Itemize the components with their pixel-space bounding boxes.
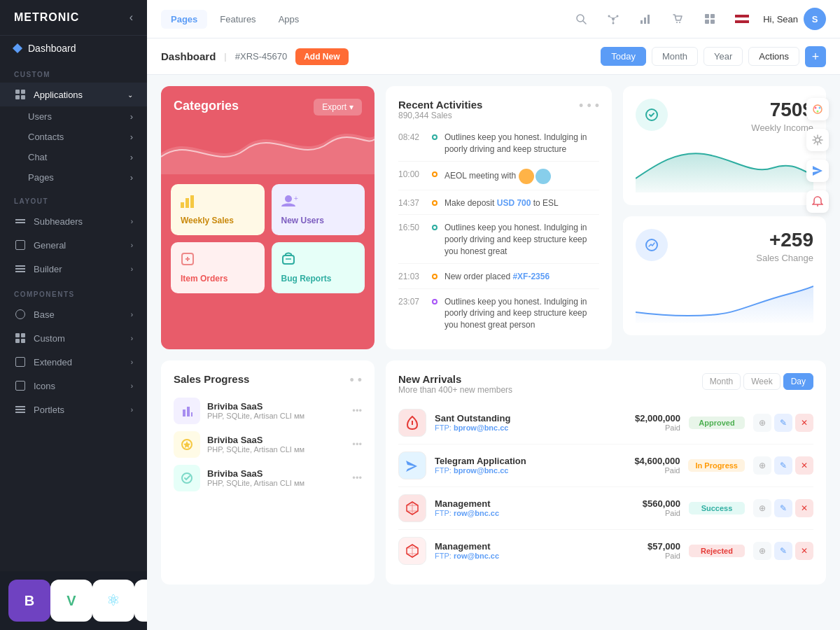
svg-point-13 [679, 22, 680, 23]
sidebar-item-base[interactable]: Base › [0, 302, 147, 326]
react-icon[interactable]: ⚛ [92, 580, 134, 622]
category-item-orders[interactable]: Item Orders [171, 242, 265, 293]
applications-label: Applications [34, 90, 83, 100]
activity-time: 08:42 [398, 132, 425, 142]
sales-item-menu-1[interactable]: ••• [352, 439, 362, 449]
search-icon-button[interactable] [570, 8, 592, 30]
arrivals-tab-month[interactable]: Month [702, 373, 741, 390]
category-new-users[interactable]: + New Users [272, 184, 365, 235]
sidebar-item-portlets[interactable]: Portlets › [0, 398, 147, 421]
arrival-action-edit-3[interactable]: ✎ [774, 542, 792, 560]
arrival-action-delete-3[interactable]: ✕ [795, 542, 813, 560]
network-icon-button[interactable] [602, 8, 624, 30]
sidebar-item-dashboard[interactable]: Dashboard [0, 36, 147, 61]
arrival-action-cloud-1[interactable]: ⊕ [753, 456, 771, 475]
arrival-action-delete-2[interactable]: ✕ [795, 499, 813, 517]
arrival-amount-2: $560,000 Paid [617, 498, 680, 517]
activity-dot [432, 274, 438, 279]
sales-item-menu-2[interactable]: ••• [352, 472, 362, 483]
angular-icon[interactable]: A [134, 580, 147, 622]
breadcrumb-separator: | [224, 51, 226, 62]
sales-name-2: Briviba SaaS [207, 468, 345, 479]
sidebar-sub-chat[interactable]: Chat › [0, 147, 147, 167]
weekly-sales-icon [181, 194, 255, 211]
arrival-action-edit-0[interactable]: ✎ [774, 414, 792, 432]
sales-change-value: +259 [756, 229, 813, 251]
category-weekly-sales[interactable]: Weekly Sales [171, 184, 265, 235]
sidebar-item-general[interactable]: General › [0, 233, 147, 257]
settings-icon-float[interactable] [806, 129, 829, 151]
svg-point-34 [815, 107, 817, 109]
arrivals-tab-day[interactable]: Day [783, 373, 813, 390]
nav-tab-pages[interactable]: Pages [161, 10, 207, 29]
add-new-button[interactable]: Add New [295, 48, 348, 65]
arrival-info-2: Management FTP: row@bnc.cc [435, 498, 609, 517]
notification-icon-float[interactable] [806, 190, 829, 213]
activity-text: New order placed #XF-2356 [444, 271, 599, 283]
dashboard-icon [13, 43, 22, 53]
svg-rect-29 [283, 255, 294, 264]
activities-menu-button[interactable]: • • • [579, 99, 599, 113]
arrival-amount-1: $4,600,000 Paid [617, 456, 680, 475]
year-button[interactable]: Year [704, 47, 743, 66]
chart-icon-button[interactable] [634, 8, 657, 30]
sidebar-item-builder[interactable]: Builder › [0, 257, 147, 281]
sidebar-sub-pages[interactable]: Pages › [0, 167, 147, 188]
today-button[interactable]: Today [601, 47, 646, 66]
flag-icon-button[interactable] [731, 8, 753, 30]
new-users-icon: + [281, 194, 356, 211]
sidebar-item-custom[interactable]: Custom › [0, 326, 147, 350]
arrival-status-1: In Progress [688, 459, 745, 472]
sales-item-1: Briviba SaaS PHP, SQLite, Artisan CLI мм… [174, 431, 362, 458]
arrivals-tab-week[interactable]: Week [743, 373, 780, 390]
nav-tab-features[interactable]: Features [210, 10, 265, 29]
arrival-action-edit-2[interactable]: ✎ [774, 499, 792, 517]
activity-text: AEOL meeting with [444, 169, 599, 184]
arrival-status-3: Rejected [689, 545, 745, 557]
activities-header: Recent Activities 890,344 Sales • • • [398, 99, 599, 120]
subheader-period-controls: Today Month Year Actions + [601, 46, 826, 67]
right-floating-icons [806, 98, 829, 213]
arrival-action-cloud-3[interactable]: ⊕ [753, 542, 771, 560]
sidebar-sub-users[interactable]: Users › [0, 106, 147, 127]
icons-icon [14, 379, 27, 392]
sales-item-menu-0[interactable]: ••• [352, 405, 362, 416]
export-button[interactable]: Export ▾ [314, 99, 362, 115]
topnav-icon-area: Hi, Sean S [570, 8, 826, 30]
sales-change-card: +259 Sales Change [623, 216, 826, 335]
pages-chevron: › [130, 172, 133, 183]
month-button[interactable]: Month [652, 47, 698, 66]
sidebar-sub-contacts[interactable]: Contacts › [0, 127, 147, 147]
grid-icon-button[interactable] [699, 8, 721, 30]
svg-rect-41 [191, 412, 192, 416]
activity-item-1650: 16:50 Outlines keep you honest. Indulgin… [398, 216, 599, 263]
sidebar-item-subheaders[interactable]: Subheaders › [0, 209, 147, 233]
add-plus-button[interactable]: + [805, 46, 826, 67]
new-arrivals-card: New Arrivals More than 400+ new members … [386, 360, 826, 584]
arrival-action-edit-1[interactable]: ✎ [774, 456, 792, 475]
sales-sub-2: PHP, SQLite, Artisan CLI мм [207, 479, 345, 487]
nav-tab-apps[interactable]: Apps [269, 10, 309, 29]
applications-icon [14, 88, 27, 101]
sidebar-item-extended[interactable]: Extended › [0, 350, 147, 374]
vue-icon[interactable]: V [50, 580, 92, 622]
actions-button[interactable]: Actions [748, 47, 799, 66]
sidebar-collapse-button[interactable]: ‹ [130, 11, 133, 24]
sidebar-item-applications[interactable]: Applications ⌄ [0, 83, 147, 106]
sales-name-1: Briviba SaaS [207, 435, 345, 445]
svg-rect-19 [735, 18, 749, 20]
shopping-icon-button[interactable] [666, 8, 689, 30]
bootstrap-icon[interactable]: B [8, 580, 50, 622]
send-icon-float[interactable] [806, 160, 829, 182]
category-bug-reports[interactable]: Bug Reports [272, 242, 365, 293]
sidebar-item-icons[interactable]: Icons › [0, 374, 147, 398]
activity-text: Make deposit USD 700 to ESL [444, 197, 599, 209]
sales-progress-menu[interactable]: • • [349, 373, 362, 388]
arrival-action-delete-1[interactable]: ✕ [795, 456, 813, 475]
user-avatar[interactable]: S [804, 8, 826, 30]
arrival-action-cloud-0[interactable]: ⊕ [753, 414, 771, 432]
color-palette-icon[interactable] [806, 98, 829, 120]
general-label: General [34, 240, 66, 251]
arrival-action-cloud-2[interactable]: ⊕ [753, 499, 771, 517]
arrival-action-delete-0[interactable]: ✕ [795, 414, 813, 432]
